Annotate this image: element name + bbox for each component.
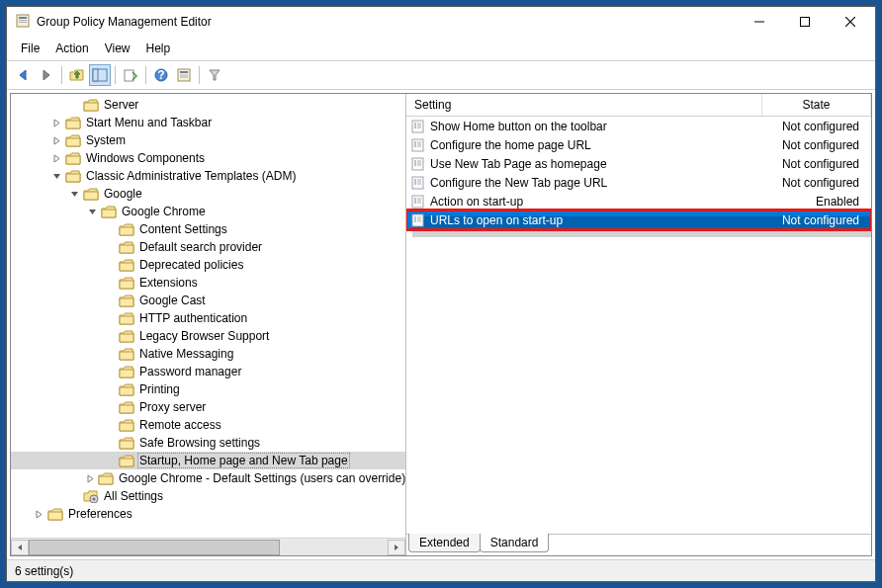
tree-item-label: Default search provider — [137, 240, 264, 254]
export-button[interactable] — [120, 64, 141, 86]
expand-icon[interactable] — [50, 134, 62, 146]
expander-placeholder — [68, 99, 80, 111]
menu-view[interactable]: View — [97, 39, 138, 58]
list-row[interactable]: Use New Tab Page as homepageNot configur… — [406, 154, 871, 173]
setting-state: Enabled — [768, 195, 867, 209]
list-view[interactable]: Show Home button on the toolbarNot confi… — [406, 117, 871, 534]
scroll-thumb[interactable] — [29, 540, 280, 555]
collapse-icon[interactable] — [68, 188, 80, 200]
tree-pane: ServerStart Menu and TaskbarSystemWindow… — [11, 94, 406, 555]
list-row[interactable]: Show Home button on the toolbarNot confi… — [406, 117, 871, 135]
list-row[interactable]: Configure the home page URLNot configure… — [406, 135, 871, 154]
content-area: ServerStart Menu and TaskbarSystemWindow… — [10, 93, 872, 556]
tree-item[interactable]: HTTP authentication — [11, 309, 405, 327]
expand-icon[interactable] — [50, 117, 62, 128]
tree-item[interactable]: Remote access — [11, 416, 405, 434]
column-header-state[interactable]: State — [762, 94, 871, 116]
expander-placeholder — [68, 490, 80, 502]
collapse-icon[interactable] — [86, 206, 98, 217]
collapse-icon[interactable] — [50, 170, 62, 182]
tree-item[interactable]: Windows Components — [11, 149, 405, 167]
filter-button[interactable] — [204, 64, 225, 86]
tree-item[interactable]: Start Menu and Taskbar — [11, 114, 405, 131]
expand-icon[interactable] — [50, 152, 62, 164]
scroll-right-button[interactable] — [388, 540, 405, 555]
tree-item-label: Extensions — [137, 276, 200, 290]
list-row[interactable]: Action on start-upEnabled — [406, 192, 871, 210]
folder-icon — [101, 206, 117, 218]
tree-item-label: Google Cast — [137, 294, 208, 307]
expand-icon[interactable] — [86, 472, 95, 484]
tree-item[interactable]: Startup, Home page and New Tab page — [11, 452, 405, 469]
forward-button[interactable] — [36, 64, 57, 86]
tree-item[interactable]: Content Settings — [11, 220, 405, 238]
tree-item[interactable]: Default search provider — [11, 238, 405, 256]
tree-item[interactable]: Printing — [11, 380, 405, 398]
maximize-button[interactable] — [782, 8, 828, 36]
folder-icon — [119, 437, 134, 450]
help-button[interactable]: ? — [150, 64, 172, 86]
tree-item[interactable]: Google Cast — [11, 292, 405, 309]
toolbar-separator — [145, 66, 146, 84]
close-button[interactable] — [828, 8, 873, 36]
tree-item[interactable]: Proxy server — [11, 398, 405, 416]
tree-item[interactable]: Safe Browsing settings — [11, 434, 405, 452]
expander-placeholder — [104, 241, 116, 253]
list-row[interactable]: URLs to open on start-upNot configured — [406, 210, 871, 229]
folder-icon — [119, 383, 134, 396]
tree-item[interactable]: Google Chrome — [11, 203, 405, 220]
tree-item[interactable]: Server — [11, 96, 405, 114]
tree-item[interactable]: Native Messaging — [11, 345, 405, 363]
tree-item[interactable]: All Settings — [11, 487, 405, 505]
setting-state: Not configured — [768, 157, 867, 171]
svg-rect-14 — [180, 71, 188, 73]
tree-item-label: Password manager — [137, 365, 243, 378]
tree-item-label: System — [84, 133, 128, 147]
policy-setting-icon — [410, 157, 426, 171]
expander-placeholder — [104, 223, 116, 235]
tree-item[interactable]: Classic Administrative Templates (ADM) — [11, 167, 405, 185]
expand-icon[interactable] — [33, 508, 44, 520]
svg-rect-33 — [412, 158, 423, 170]
folder-icon — [65, 152, 81, 165]
tree-item[interactable]: Extensions — [11, 274, 405, 292]
svg-rect-54 — [412, 214, 423, 226]
tree-item[interactable]: Deprecated policies — [11, 256, 405, 274]
tree-item-label: Startup, Home page and New Tab page — [137, 453, 350, 468]
folder-icon — [119, 366, 134, 378]
folder-icon — [65, 134, 81, 147]
expander-placeholder — [104, 330, 116, 342]
scroll-track[interactable] — [29, 540, 388, 555]
back-button[interactable] — [13, 64, 35, 86]
menu-help[interactable]: Help — [138, 39, 179, 58]
folder-icon — [65, 170, 81, 183]
menu-file[interactable]: File — [13, 39, 47, 58]
tree-item[interactable]: Legacy Browser Support — [11, 327, 405, 345]
list-pane: Setting State Show Home button on the to… — [406, 94, 871, 555]
tab-standard[interactable]: Standard — [480, 534, 550, 552]
properties-button[interactable] — [173, 64, 195, 86]
tree-item[interactable]: Google — [11, 185, 405, 203]
scroll-left-button[interactable] — [11, 540, 29, 555]
tree-view[interactable]: ServerStart Menu and TaskbarSystemWindow… — [11, 94, 405, 538]
minimize-button[interactable] — [737, 8, 782, 36]
menu-action[interactable]: Action — [47, 39, 96, 58]
tree-item-label: Windows Components — [84, 151, 207, 165]
up-folder-button[interactable] — [66, 64, 88, 86]
svg-point-18 — [93, 498, 96, 501]
tree-item[interactable]: Password manager — [11, 363, 405, 380]
tree-item[interactable]: Google Chrome - Default Settings (users … — [11, 469, 405, 487]
tree-item[interactable]: Preferences — [11, 505, 405, 523]
list-row[interactable]: Configure the New Tab page URLNot config… — [406, 173, 871, 192]
horizontal-scrollbar[interactable] — [11, 538, 405, 555]
status-text: 6 setting(s) — [15, 564, 73, 578]
tab-extended[interactable]: Extended — [408, 534, 481, 552]
tree-item-label: Classic Administrative Templates (ADM) — [84, 169, 299, 183]
toolbar-separator — [199, 66, 200, 84]
column-header-setting[interactable]: Setting — [406, 94, 762, 116]
tree-item-label: Content Settings — [137, 222, 229, 236]
tree-item[interactable]: System — [11, 131, 405, 149]
folder-icon — [119, 277, 134, 290]
folder-icon — [119, 241, 134, 254]
show-hide-tree-button[interactable] — [89, 64, 111, 86]
